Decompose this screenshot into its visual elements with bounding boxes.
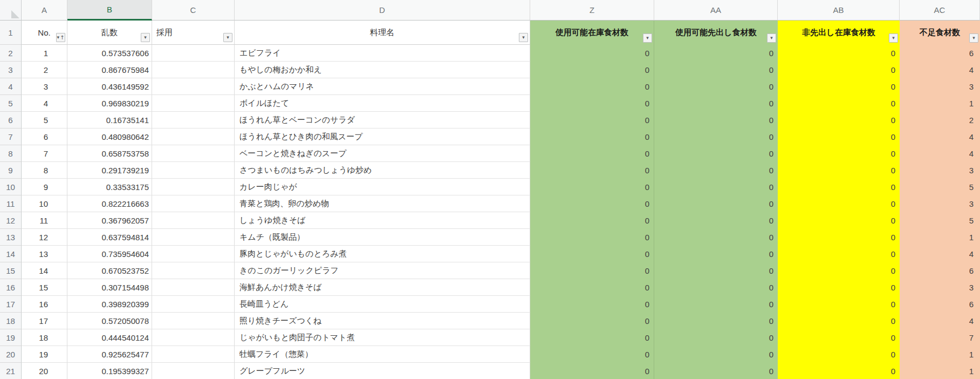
cell-C5[interactable] <box>152 95 235 112</box>
cell-AB5[interactable]: 0 <box>778 95 900 112</box>
row-header-18[interactable]: 18 <box>0 313 22 329</box>
cell-C20[interactable] <box>152 346 235 363</box>
cell-C9[interactable] <box>152 162 235 179</box>
cell-A16[interactable]: 15 <box>22 279 67 296</box>
filter-button-dish[interactable]: ▾ <box>519 33 528 42</box>
cell-Z3[interactable]: 0 <box>530 62 654 78</box>
cell-Z9[interactable]: 0 <box>530 162 654 179</box>
cell-AC7[interactable]: 4 <box>900 128 980 145</box>
cell-Z5[interactable]: 0 <box>530 95 654 112</box>
cell-A17[interactable]: 16 <box>22 296 67 313</box>
cell-C3[interactable] <box>152 62 235 78</box>
cell-AA13[interactable]: 0 <box>654 229 778 246</box>
cell-AB12[interactable]: 0 <box>778 212 900 229</box>
cell-AA7[interactable]: 0 <box>654 128 778 145</box>
column-header-Z[interactable]: Z <box>530 0 654 21</box>
cell-C4[interactable] <box>152 78 235 95</box>
cell-D7[interactable]: ほうれん草とひき肉の和風スープ <box>235 128 530 145</box>
cell-Z15[interactable]: 0 <box>530 262 654 279</box>
column-header-AA[interactable]: AA <box>654 0 778 21</box>
cell-A15[interactable]: 14 <box>22 262 67 279</box>
header-cell-usable-firstout[interactable]: 使用可能先出し食材数 ▾ <box>654 21 778 45</box>
row-header-1[interactable]: 1 <box>0 21 22 45</box>
cell-B14[interactable]: 0.735954604 <box>67 246 152 262</box>
cell-C17[interactable] <box>152 296 235 313</box>
filter-button-usable-stock[interactable]: ▾ <box>643 33 652 43</box>
cell-AC9[interactable]: 3 <box>900 162 980 179</box>
cell-A2[interactable]: 1 <box>22 45 67 62</box>
column-header-D[interactable]: D <box>235 0 530 21</box>
column-header-AC[interactable]: AC <box>900 0 980 21</box>
cell-AB20[interactable]: 0 <box>778 346 900 363</box>
cell-C14[interactable] <box>152 246 235 262</box>
row-header-7[interactable]: 7 <box>0 128 22 145</box>
filter-button-random[interactable]: ▾ <box>141 33 150 42</box>
cell-AA5[interactable]: 0 <box>654 95 778 112</box>
cell-A12[interactable]: 11 <box>22 212 67 229</box>
cell-B19[interactable]: 0.444540124 <box>67 329 152 346</box>
cell-A5[interactable]: 4 <box>22 95 67 112</box>
cell-B13[interactable]: 0.637594814 <box>67 229 152 246</box>
row-header-20[interactable]: 20 <box>0 346 22 363</box>
cell-Z14[interactable]: 0 <box>530 246 654 262</box>
header-cell-random[interactable]: 乱数 ▾ <box>67 21 152 45</box>
cell-AA8[interactable]: 0 <box>654 145 778 162</box>
cell-B12[interactable]: 0.367962057 <box>67 212 152 229</box>
header-cell-dish[interactable]: 料理名 ▾ <box>235 21 530 45</box>
cell-AA15[interactable]: 0 <box>654 262 778 279</box>
cell-D3[interactable]: もやしの梅おかか和え <box>235 62 530 78</box>
cell-A7[interactable]: 6 <box>22 128 67 145</box>
row-header-19[interactable]: 19 <box>0 329 22 346</box>
cell-AC19[interactable]: 7 <box>900 329 980 346</box>
cell-AB7[interactable]: 0 <box>778 128 900 145</box>
filter-button-adopt[interactable]: ▾ <box>223 33 232 42</box>
cell-B20[interactable]: 0.925625477 <box>67 346 152 363</box>
cell-AB13[interactable]: 0 <box>778 229 900 246</box>
cell-AA3[interactable]: 0 <box>654 62 778 78</box>
cell-AA14[interactable]: 0 <box>654 246 778 262</box>
row-header-21[interactable]: 21 <box>0 363 22 379</box>
cell-B9[interactable]: 0.291739219 <box>67 162 152 179</box>
cell-C12[interactable] <box>152 212 235 229</box>
row-header-15[interactable]: 15 <box>0 262 22 279</box>
cell-B15[interactable]: 0.670523752 <box>67 262 152 279</box>
cell-D20[interactable]: 牡蠣フライ（惣菜） <box>235 346 530 363</box>
cell-AB21[interactable]: 0 <box>778 363 900 379</box>
cell-A6[interactable]: 5 <box>22 112 67 128</box>
cell-D6[interactable]: ほうれん草とベーコンのサラダ <box>235 112 530 128</box>
cell-AB19[interactable]: 0 <box>778 329 900 346</box>
cell-AC18[interactable]: 4 <box>900 313 980 329</box>
cell-B10[interactable]: 0.33533175 <box>67 179 152 195</box>
cell-A21[interactable]: 20 <box>22 363 67 379</box>
cell-A8[interactable]: 7 <box>22 145 67 162</box>
cell-Z19[interactable]: 0 <box>530 329 654 346</box>
filter-button-nonfirstout-stock[interactable]: ▾ <box>889 33 898 43</box>
cell-C21[interactable] <box>152 363 235 379</box>
cell-A19[interactable]: 18 <box>22 329 67 346</box>
cell-AA21[interactable]: 0 <box>654 363 778 379</box>
cell-D12[interactable]: しょうゆ焼きそば <box>235 212 530 229</box>
cell-AC3[interactable]: 4 <box>900 62 980 78</box>
cell-AC2[interactable]: 6 <box>900 45 980 62</box>
cell-Z17[interactable]: 0 <box>530 296 654 313</box>
cell-AC21[interactable]: 1 <box>900 363 980 379</box>
cell-AB6[interactable]: 0 <box>778 112 900 128</box>
cell-AC6[interactable]: 2 <box>900 112 980 128</box>
cell-C11[interactable] <box>152 195 235 212</box>
cell-D16[interactable]: 海鮮あんかけ焼きそば <box>235 279 530 296</box>
row-header-6[interactable]: 6 <box>0 112 22 128</box>
header-cell-shortage[interactable]: 不足食材数 ▾ <box>900 21 980 45</box>
cell-B3[interactable]: 0.867675984 <box>67 62 152 78</box>
cell-AA6[interactable]: 0 <box>654 112 778 128</box>
cell-AB11[interactable]: 0 <box>778 195 900 212</box>
cell-Z2[interactable]: 0 <box>530 45 654 62</box>
cell-AB14[interactable]: 0 <box>778 246 900 262</box>
cell-AC4[interactable]: 3 <box>900 78 980 95</box>
cell-AC11[interactable]: 3 <box>900 195 980 212</box>
cell-AA12[interactable]: 0 <box>654 212 778 229</box>
cell-D4[interactable]: かぶとハムのマリネ <box>235 78 530 95</box>
cell-AA9[interactable]: 0 <box>654 162 778 179</box>
cell-C7[interactable] <box>152 128 235 145</box>
cell-A18[interactable]: 17 <box>22 313 67 329</box>
column-header-C[interactable]: C <box>152 0 235 21</box>
